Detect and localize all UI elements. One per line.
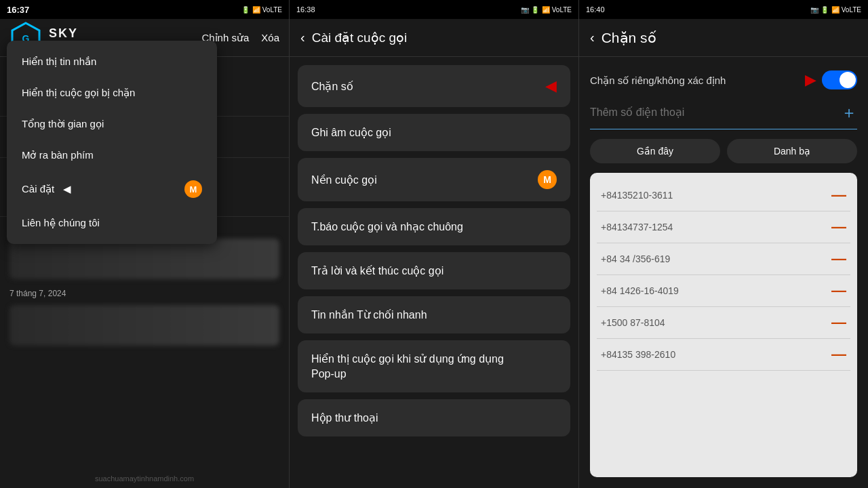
blocked-item: +84135 398-2610 — [597,339,850,371]
signal-icons: 📶 VoLTE [542,6,572,14]
menu-label: Mở ra bàn phím [22,149,94,161]
panel3-header: ‹ Chặn số [579,19,868,57]
menu-item-lien-he[interactable]: Liên hệ chúng tôi [7,207,217,239]
panel3-content: Chặn số riêng/không xác định ▶ ＋ Gần đây… [579,57,868,488]
signal-icons: 📶 VoLTE [252,6,282,14]
panel2-title: Cài đặt cuộc gọi [312,30,408,45]
blocked-number: +84135210-3611 [601,190,673,201]
remove-button[interactable]: — [831,346,846,363]
menu-item-hien-thi-bi-chan[interactable]: Hiển thị cuộc gọi bị chặn [7,77,217,108]
settings-label: Trả lời và kết thúc cuộc gọi [311,264,443,277]
blocked-number: +1500 87-8104 [601,317,665,328]
blurred-call-item [9,239,279,279]
settings-label: Tin nhắn Từ chối nhanh [311,308,427,321]
status-icons-3: 📷 🔋 📶 VoLTE [810,6,861,14]
remove-button[interactable]: — [831,218,846,236]
menu-item-cai-dat[interactable]: Cài đặt ◀ M [7,171,217,207]
sky-label: SKY [49,27,97,41]
menu-label: Tổng thời gian gọi [22,118,104,130]
blocked-item: +84135210-3611 — [597,180,850,211]
blocked-item: +84 1426-16-4019 — [597,275,850,307]
settings-item-hop-thu[interactable]: Hộp thư thoại [298,399,570,436]
menu-item-hien-thi-tin-nhan[interactable]: Hiển thị tin nhắn [7,46,217,77]
status-bar-3: 16:40 📷 🔋 📶 VoLTE [579,0,868,19]
settings-item-tin-nhan[interactable]: Tin nhắn Từ chối nhanh [298,296,570,333]
settings-label: T.báo cuộc gọi và nhạc chuông [311,220,463,233]
settings-label: Hiển thị cuộc gọi khi sử dụng ứng dụng [311,352,557,365]
tab-contacts[interactable]: Danh bạ [727,139,857,163]
blocked-item: +84 34 /356-619 — [597,243,850,275]
settings-item-thong-bao[interactable]: T.báo cuộc gọi và nhạc chuông [298,208,570,245]
status-icons-1: 🔋 📶 VoLTE [241,6,282,14]
settings-list: Chặn số ◀ Ghi âm cuộc gọi Nền cuộc gọi M… [290,57,578,488]
menu-item-tong-thoi-gian[interactable]: Tổng thời gian gọi [7,108,217,140]
blocked-item: +1500 87-8104 — [597,307,850,339]
signal-icons: 📶 VoLTE [831,6,861,14]
time-3: 16:40 [586,5,605,14]
add-icon[interactable]: ＋ [841,102,857,123]
settings-label: Hộp thư thoại [311,411,378,424]
battery-icon: 📷 🔋 [810,6,829,14]
settings-item-tra-loi[interactable]: Trả lời và kết thúc cuộc gọi [298,252,570,289]
settings-label: Ghi âm cuộc gọi [311,126,391,139]
remove-button[interactable]: — [831,186,846,204]
remove-button[interactable]: — [831,314,846,331]
settings-item-chan-so[interactable]: Chặn số ◀ [298,65,570,107]
arrow-red-icon: ◀ [545,77,557,95]
block-toggle[interactable] [822,70,857,89]
remove-button[interactable]: — [831,250,846,268]
notification-badge: M [184,180,202,198]
date-label: 7 tháng 7, 2024 [0,283,289,301]
blurred-call-item [9,305,279,346]
dropdown-menu: Hiển thị tin nhắn Hiển thị cuộc gọi bị c… [7,41,217,244]
back-button[interactable]: ‹ [590,30,595,45]
time-1: 16:37 [7,5,29,15]
notification-badge: M [538,170,557,189]
settings-sublabel: Pop-up [311,368,557,380]
menu-item-mo-ban-phim[interactable]: Mở ra bàn phím [7,140,217,171]
toggle-row: Chặn số riêng/không xác định ▶ [590,68,857,92]
blocked-number: +84135 398-2610 [601,349,675,360]
status-bar-2: 16:38 📷 🔋 📶 VoLTE [290,0,578,19]
watermark: suachuamaytinhnamdinh.com [0,474,289,483]
menu-label: Hiển thị cuộc gọi bị chặn [22,87,135,99]
back-button[interactable]: ‹ [300,30,305,45]
add-phone-input[interactable] [590,106,841,119]
delete-button[interactable]: Xóa [261,32,279,43]
blocked-list: +84135210-3611 — +84134737-1254 — +84 34… [590,173,857,477]
status-icons-2: 📷 🔋 📶 VoLTE [521,6,572,14]
time-2: 16:38 [296,5,315,14]
panel3-block: 16:40 📷 🔋 📶 VoLTE ‹ Chặn số Chặn số riên… [579,0,868,488]
status-bar-1: 16:37 🔋 📶 VoLTE [0,0,289,19]
toggle-label: Chặn số riêng/không xác định [590,73,805,87]
settings-label: Chặn số [311,80,353,93]
menu-label: Liên hệ chúng tôi [22,217,100,229]
menu-label: Hiển thị tin nhắn [22,56,96,68]
settings-label: Nền cuộc gọi [311,174,377,186]
panel3-title: Chặn số [601,30,656,46]
menu-label: Cài đặt ◀ [22,183,71,195]
arrow-red-icon: ▶ [805,71,816,89]
panel2-settings: 16:38 📷 🔋 📶 VoLTE ‹ Cài đặt cuộc gọi Chặ… [290,0,579,488]
blocked-number: +84 1426-16-4019 [601,285,679,296]
blocked-number: +84 34 /356-619 [601,253,670,264]
panel2-header: ‹ Cài đặt cuộc gọi [290,19,578,57]
panel1-calls: 16:37 🔋 📶 VoLTE G SKY COMPUTER Chỉnh sửa… [0,0,290,488]
remove-button[interactable]: — [831,282,846,300]
settings-item-nen-cuoc-goi[interactable]: Nền cuộc gọi M [298,158,570,201]
battery-icon: 🔋 [241,6,250,14]
blocked-number: +84134737-1254 [601,222,673,232]
filter-tabs: Gần đây Danh bạ [590,139,857,163]
blocked-item: +84134737-1254 — [597,211,850,243]
add-phone-row: ＋ [590,102,857,129]
settings-item-ghi-am[interactable]: Ghi âm cuộc gọi [298,114,570,151]
settings-item-hien-thi-ung-dung[interactable]: Hiển thị cuộc gọi khi sử dụng ứng dụng P… [298,340,570,392]
tab-recent[interactable]: Gần đây [590,139,720,163]
battery-icon: 📷 🔋 [521,6,539,14]
